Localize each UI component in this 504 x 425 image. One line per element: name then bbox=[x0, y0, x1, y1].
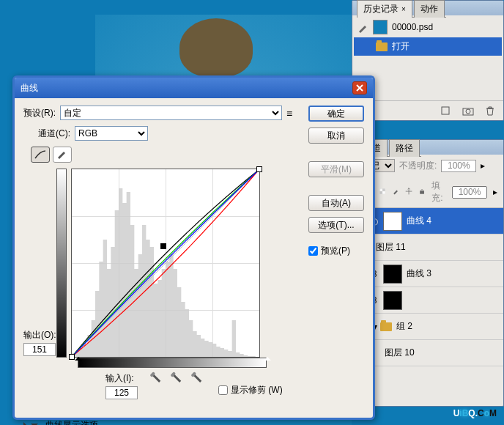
close-button[interactable] bbox=[352, 81, 367, 95]
ok-button[interactable]: 确定 bbox=[308, 106, 364, 122]
svg-rect-4 bbox=[379, 188, 382, 191]
output-input[interactable] bbox=[23, 343, 56, 356]
options-label: 选项(T)... bbox=[318, 219, 354, 232]
chevron-right-icon[interactable]: ▸ bbox=[493, 187, 497, 197]
folder-open-icon bbox=[376, 42, 388, 51]
layer-mask-thumbnail[interactable] bbox=[383, 291, 402, 310]
layer-name[interactable]: 图层 10 bbox=[385, 347, 415, 359]
folder-icon bbox=[380, 322, 392, 331]
lock-transparency-icon[interactable] bbox=[379, 187, 386, 197]
chevron-right-icon bbox=[23, 422, 31, 426]
history-file-name: 00000.psd bbox=[392, 22, 433, 32]
gray-eyedropper-icon[interactable] bbox=[168, 369, 187, 388]
show-clipping-checkbox[interactable] bbox=[218, 385, 228, 395]
curve-point[interactable] bbox=[256, 166, 262, 172]
output-gradient-ramp[interactable] bbox=[56, 169, 67, 358]
layer-name[interactable]: 图层 11 bbox=[376, 241, 406, 254]
tab-history-label: 历史记录 bbox=[363, 4, 399, 14]
curve-point-selected[interactable] bbox=[160, 243, 166, 249]
channel-label: 通道(C): bbox=[38, 128, 70, 140]
auto-label: 自动(A) bbox=[322, 197, 351, 210]
new-document-icon[interactable] bbox=[440, 106, 452, 116]
input-input[interactable] bbox=[105, 386, 138, 399]
curve-lines bbox=[72, 169, 259, 357]
tab-history[interactable]: 历史记录× bbox=[357, 0, 412, 18]
history-state-open[interactable]: 打开 bbox=[354, 37, 502, 56]
opacity-label: 不透明度: bbox=[399, 160, 437, 172]
document-thumbnail bbox=[373, 20, 388, 34]
input-gradient-ramp[interactable] bbox=[78, 358, 267, 368]
photo-subject-head bbox=[179, 18, 253, 77]
layer-name[interactable]: 组 2 bbox=[396, 320, 412, 333]
white-point-slider[interactable] bbox=[264, 353, 271, 361]
tab-paths[interactable]: 路径 bbox=[389, 139, 420, 157]
lock-all-icon[interactable] bbox=[418, 187, 426, 197]
opacity-input[interactable] bbox=[441, 160, 476, 172]
ok-label: 确定 bbox=[327, 108, 345, 120]
output-label: 输出(O): bbox=[23, 329, 56, 341]
lock-position-icon[interactable] bbox=[405, 187, 412, 197]
fill-input[interactable] bbox=[452, 186, 487, 199]
curves-dialog: 曲线 预设(R): 自定 通道(C): RGB bbox=[12, 75, 375, 420]
layer-mask-thumbnail[interactable] bbox=[383, 212, 402, 231]
cancel-button[interactable]: 取消 bbox=[308, 128, 364, 144]
svg-rect-5 bbox=[382, 191, 385, 194]
fill-label: 填充: bbox=[431, 180, 446, 204]
chevron-right-icon[interactable]: ▸ bbox=[481, 160, 485, 171]
curve-pencil-tool[interactable] bbox=[53, 147, 72, 163]
brush-icon bbox=[357, 22, 368, 32]
input-label: 输入(I): bbox=[105, 372, 138, 385]
tab-actions-label: 动作 bbox=[420, 4, 438, 14]
smooth-button[interactable]: 平滑(M) bbox=[308, 161, 364, 177]
layer-name[interactable]: 曲线 3 bbox=[407, 267, 431, 280]
preview-checkbox[interactable] bbox=[308, 246, 318, 256]
preview-label: 预览(P) bbox=[321, 245, 350, 257]
close-icon bbox=[355, 84, 364, 92]
show-clipping-label: 显示修剪 (W) bbox=[231, 384, 283, 396]
display-options-toggle[interactable]: 曲线显示选项 bbox=[23, 419, 300, 425]
svg-rect-6 bbox=[420, 191, 424, 193]
preset-menu-icon[interactable] bbox=[286, 108, 300, 118]
tab-actions[interactable]: 动作 bbox=[414, 0, 445, 18]
preset-select[interactable]: 自定 bbox=[60, 106, 282, 120]
curve-area: 输出(O): bbox=[23, 169, 300, 358]
options-button[interactable]: 选项(T)... bbox=[308, 217, 364, 233]
history-state-label: 打开 bbox=[392, 40, 410, 53]
preset-label: 预设(R): bbox=[23, 107, 56, 119]
dialog-titlebar[interactable]: 曲线 bbox=[15, 78, 373, 98]
close-icon[interactable]: × bbox=[401, 5, 406, 13]
trash-icon[interactable] bbox=[484, 106, 496, 116]
svg-rect-0 bbox=[442, 107, 449, 114]
curve-point-tool[interactable] bbox=[31, 147, 50, 163]
cancel-label: 取消 bbox=[327, 130, 345, 142]
history-source-row[interactable]: 00000.psd bbox=[354, 17, 502, 37]
layer-mask-thumbnail[interactable] bbox=[383, 265, 402, 284]
curve-grid[interactable] bbox=[71, 169, 260, 358]
dialog-title: 曲线 bbox=[21, 82, 38, 95]
display-options-label: 曲线显示选项 bbox=[45, 419, 98, 425]
svg-line-7 bbox=[72, 169, 259, 357]
svg-point-2 bbox=[466, 109, 470, 114]
smooth-label: 平滑(M) bbox=[321, 163, 352, 176]
channel-select[interactable]: RGB bbox=[75, 126, 148, 141]
black-eyedropper-icon[interactable] bbox=[148, 369, 166, 388]
history-panel-header[interactable]: 历史记录× 动作 bbox=[352, 1, 503, 15]
tab-paths-label: 路径 bbox=[396, 143, 413, 153]
layer-name[interactable]: 曲线 4 bbox=[407, 215, 431, 227]
black-point-slider[interactable] bbox=[75, 353, 82, 361]
auto-button[interactable]: 自动(A) bbox=[308, 195, 364, 211]
white-eyedropper-icon[interactable] bbox=[189, 369, 207, 388]
camera-icon[interactable] bbox=[462, 106, 474, 116]
lock-paint-icon[interactable] bbox=[392, 187, 399, 197]
